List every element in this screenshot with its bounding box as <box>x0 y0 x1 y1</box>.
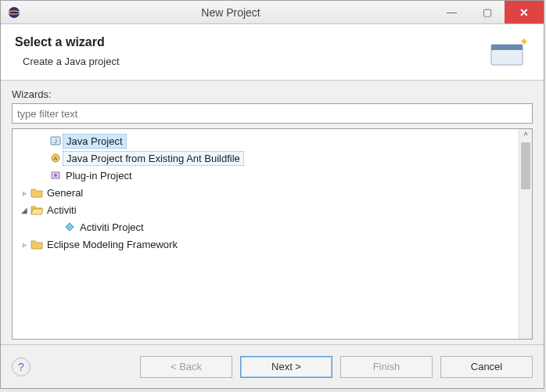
tree-item[interactable]: AJava Project from Existing Ant Buildfil… <box>14 149 517 167</box>
wizard-header-text: Select a wizard Create a Java project <box>15 35 479 67</box>
wizard-banner-icon <box>487 35 530 70</box>
folder-icon <box>30 187 44 198</box>
cancel-button[interactable]: Cancel <box>440 356 533 378</box>
scroll-up-icon[interactable]: ^ <box>519 129 532 142</box>
svg-marker-4 <box>521 38 527 45</box>
tree-item[interactable]: Plug-in Project <box>14 167 517 184</box>
wizards-label: Wizards: <box>12 88 533 100</box>
svg-point-10 <box>54 174 57 177</box>
wizard-header: Select a wizard Create a Java project <box>1 24 544 81</box>
tree-item[interactable]: Activiti Project <box>14 218 517 236</box>
filter-input[interactable] <box>12 103 533 124</box>
tree-item-label: General <box>44 186 86 200</box>
window-buttons: — ▢ ✕ <box>434 1 544 23</box>
ant-icon: A <box>48 153 63 164</box>
tree-item[interactable]: ▹Eclipse Modeling Framework <box>14 236 517 253</box>
tree-item[interactable]: JJava Project <box>14 132 517 149</box>
tree-item-label: Plug-in Project <box>63 169 135 182</box>
scroll-thumb[interactable] <box>521 142 530 189</box>
maximize-button[interactable]: ▢ <box>469 1 505 23</box>
titlebar: New Project — ▢ ✕ <box>1 1 544 24</box>
back-button[interactable]: < Back <box>140 356 232 378</box>
java-icon: J <box>48 135 63 146</box>
svg-marker-11 <box>66 223 74 231</box>
tree-item[interactable]: ▹General <box>14 184 517 201</box>
tree-item-label: Activiti Project <box>77 221 147 234</box>
wizard-tree-container: JJava ProjectAJava Project from Existing… <box>12 128 533 340</box>
help-button[interactable]: ? <box>12 358 31 376</box>
tree-scrollbar[interactable]: ^ <box>519 129 532 339</box>
tree-item-label: Eclipse Modeling Framework <box>44 238 181 251</box>
tree-item[interactable]: ◢Activiti <box>14 201 517 218</box>
folder-open-icon <box>30 204 44 215</box>
wizard-description: Create a Java project <box>15 56 479 67</box>
window-title: New Project <box>27 6 434 19</box>
expander-icon[interactable]: ◢ <box>19 206 30 214</box>
wizard-tree[interactable]: JJava ProjectAJava Project from Existing… <box>13 129 519 339</box>
wizard-heading: Select a wizard <box>15 35 479 49</box>
wizard-body: Wizards: JJava ProjectAJava Project from… <box>1 81 544 344</box>
expander-icon[interactable]: ▹ <box>19 189 30 197</box>
next-button[interactable]: Next > <box>240 356 332 378</box>
dialog-window: New Project — ▢ ✕ Select a wizard Create… <box>0 0 544 389</box>
svg-text:A: A <box>53 155 58 162</box>
svg-rect-3 <box>491 45 523 50</box>
activiti-icon <box>63 221 77 232</box>
tree-item-label: Activiti <box>44 203 80 217</box>
plugin-icon <box>48 170 63 181</box>
tree-item-label: Java Project <box>63 134 127 149</box>
svg-point-0 <box>9 7 20 18</box>
finish-button[interactable]: Finish <box>340 356 433 378</box>
close-button[interactable]: ✕ <box>505 1 544 23</box>
wizard-footer: ? < Back Next > Finish Cancel <box>1 344 544 388</box>
tree-item-label: Java Project from Existing Ant Buildfile <box>63 151 244 166</box>
minimize-button[interactable]: — <box>434 1 469 23</box>
svg-text:J: J <box>54 138 57 145</box>
expander-icon[interactable]: ▹ <box>19 240 30 249</box>
folder-icon <box>30 239 44 250</box>
eclipse-app-icon <box>5 4 23 21</box>
